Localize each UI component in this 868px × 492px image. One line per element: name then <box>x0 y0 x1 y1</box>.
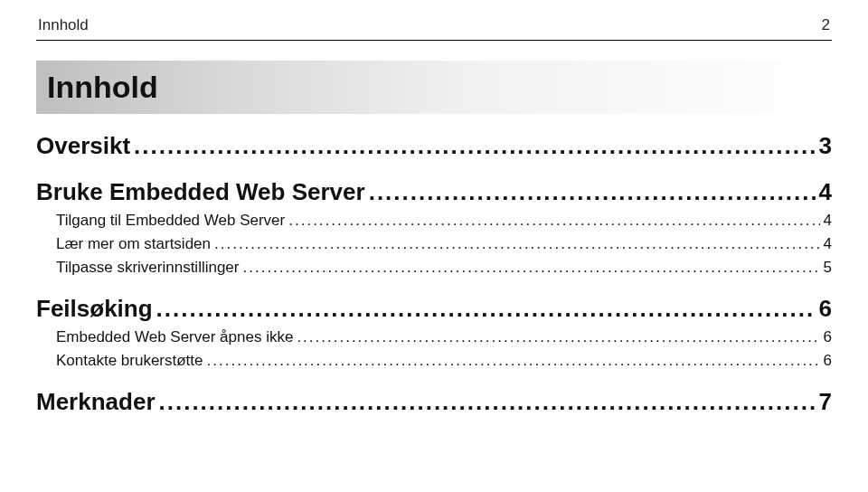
document-page: Innhold 2 Innhold Oversikt 3 Bruke Embed… <box>0 0 868 492</box>
toc-label: Lær mer om startsiden <box>56 235 211 253</box>
toc-entry-oversikt[interactable]: Oversikt 3 <box>36 132 832 160</box>
toc-leader <box>159 388 816 416</box>
running-page-number: 2 <box>822 16 830 34</box>
toc-page: 4 <box>824 212 832 230</box>
toc-leader <box>156 295 816 323</box>
toc-label: Bruke Embedded Web Server <box>36 178 365 206</box>
toc-entry-tilpasse-skriverinnstillinger[interactable]: Tilpasse skriverinnstillinger 5 <box>36 259 832 277</box>
toc-page: 5 <box>824 259 832 277</box>
toc-label: Kontakte brukerstøtte <box>56 352 203 370</box>
toc-label: Tilpasse skriverinnstillinger <box>56 259 240 277</box>
toc-label: Embedded Web Server åpnes ikke <box>56 328 293 346</box>
toc-leader <box>288 212 819 230</box>
toc-leader <box>134 132 815 160</box>
toc-leader <box>297 328 819 346</box>
toc-entry-merknader[interactable]: Merknader 7 <box>36 388 832 416</box>
toc-label: Oversikt <box>36 132 130 160</box>
toc-page: 6 <box>824 352 832 370</box>
toc-leader <box>369 178 816 206</box>
toc-leader <box>207 352 820 370</box>
toc-entry-feilsoking[interactable]: Feilsøking 6 <box>36 295 832 323</box>
header-rule <box>36 40 832 41</box>
toc-entry-kontakte-brukerstotte[interactable]: Kontakte brukerstøtte 6 <box>36 352 832 370</box>
toc-entry-embedded-web-server-apnes-ikke[interactable]: Embedded Web Server åpnes ikke 6 <box>36 328 832 346</box>
toc-label: Tilgang til Embedded Web Server <box>56 212 285 230</box>
toc-page: 4 <box>819 178 832 206</box>
toc-entry-bruke-embedded-web-server[interactable]: Bruke Embedded Web Server 4 <box>36 178 832 206</box>
running-header: Innhold 2 <box>36 16 832 38</box>
toc-page: 3 <box>819 132 832 160</box>
toc-label: Merknader <box>36 388 156 416</box>
toc-label: Feilsøking <box>36 295 153 323</box>
toc-page: 6 <box>819 295 832 323</box>
toc-leader <box>214 235 820 253</box>
toc-leader <box>243 259 820 277</box>
toc-entry-tilgang-til-embedded-web-server[interactable]: Tilgang til Embedded Web Server 4 <box>36 212 832 230</box>
table-of-contents: Oversikt 3 Bruke Embedded Web Server 4 T… <box>36 132 832 416</box>
toc-page: 7 <box>819 388 832 416</box>
running-title: Innhold <box>38 16 89 34</box>
toc-entry-laer-mer-om-startsiden[interactable]: Lær mer om startsiden 4 <box>36 235 832 253</box>
page-title: Innhold <box>36 61 832 114</box>
toc-page: 4 <box>824 235 832 253</box>
toc-page: 6 <box>824 328 832 346</box>
